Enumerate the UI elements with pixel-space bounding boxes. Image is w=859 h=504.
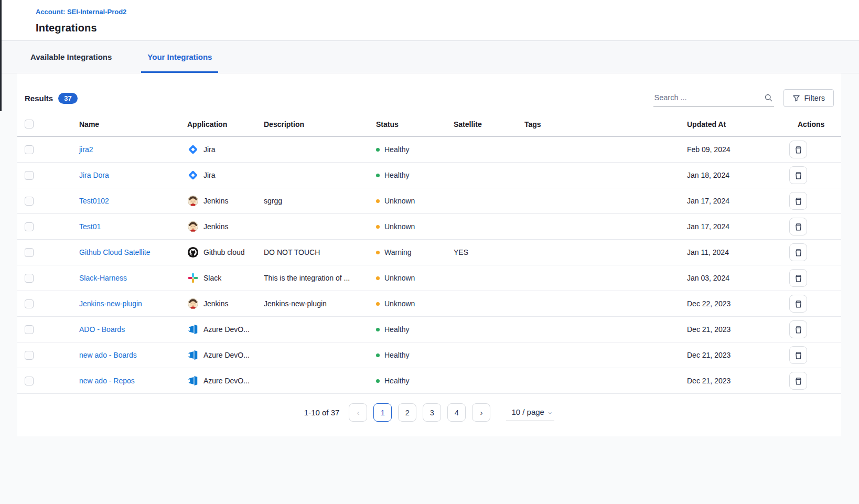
- column-header-tags: Tags: [524, 120, 687, 128]
- collapsed-sidebar-edge: [0, 0, 2, 111]
- azure-devops-icon: [187, 375, 199, 387]
- row-checkbox[interactable]: [25, 197, 34, 206]
- row-checkbox[interactable]: [25, 325, 34, 334]
- tab-bar: Available Integrations Your Integrations: [0, 41, 859, 73]
- page-button-3[interactable]: 3: [423, 403, 441, 422]
- integrations-table: Name Application Description Status Sate…: [17, 112, 841, 394]
- row-checkbox[interactable]: [25, 377, 34, 385]
- delete-button[interactable]: [789, 243, 807, 261]
- jira-icon: [187, 169, 199, 181]
- row-checkbox[interactable]: [25, 274, 34, 283]
- status-dot: [376, 353, 380, 357]
- search-input[interactable]: [654, 93, 764, 102]
- row-checkbox[interactable]: [25, 248, 34, 257]
- azure-devops-icon: [187, 349, 199, 361]
- integration-name-link[interactable]: new ado - Boards: [79, 351, 137, 359]
- row-checkbox[interactable]: [25, 171, 34, 180]
- integration-name-link[interactable]: Github Cloud Satellite: [79, 248, 150, 256]
- updated-at-value: Jan 11, 2024: [687, 248, 789, 256]
- tab-your-integrations[interactable]: Your Integrations: [141, 41, 218, 73]
- application-name: Azure DevO...: [203, 351, 250, 359]
- status-cell: Unknown: [376, 222, 454, 231]
- trash-icon: [794, 222, 803, 231]
- tab-available-integrations[interactable]: Available Integrations: [24, 41, 118, 73]
- status-text: Unknown: [384, 222, 415, 231]
- integration-name-link[interactable]: Jira Dora: [79, 171, 109, 179]
- status-text: Unknown: [384, 299, 415, 308]
- updated-at-value: Jan 03, 2024: [687, 274, 789, 282]
- column-header-updated-at: Updated At: [687, 120, 789, 128]
- row-checkbox[interactable]: [25, 145, 34, 154]
- status-dot: [376, 148, 380, 152]
- updated-at-value: Jan 17, 2024: [687, 222, 789, 231]
- application-name: Jenkins: [203, 299, 228, 308]
- status-text: Healthy: [384, 325, 409, 334]
- jenkins-icon: [187, 221, 199, 232]
- delete-button[interactable]: [789, 192, 807, 210]
- status-cell: Unknown: [376, 197, 454, 205]
- application-name: Azure DevO...: [203, 325, 250, 334]
- table-body: jira2 Jira Healthy Feb 09, 2024 Jira Dor…: [17, 137, 841, 394]
- delete-button[interactable]: [789, 346, 807, 364]
- column-header-name: Name: [79, 120, 187, 128]
- status-cell: Unknown: [376, 299, 454, 308]
- status-text: Unknown: [384, 197, 415, 205]
- row-checkbox[interactable]: [25, 222, 34, 231]
- jira-icon: [187, 144, 199, 155]
- status-text: Healthy: [384, 145, 409, 154]
- delete-button[interactable]: [789, 166, 807, 184]
- status-cell: Unknown: [376, 274, 454, 282]
- integration-name-link[interactable]: new ado - Repos: [79, 377, 135, 385]
- previous-page-button[interactable]: ‹: [349, 403, 367, 422]
- integration-name-link[interactable]: Slack-Harness: [79, 274, 127, 282]
- delete-button[interactable]: [789, 218, 807, 235]
- filters-button[interactable]: Filters: [783, 89, 834, 107]
- select-all-checkbox[interactable]: [25, 120, 34, 128]
- trash-icon: [794, 377, 803, 385]
- row-checkbox[interactable]: [25, 299, 34, 308]
- delete-button[interactable]: [789, 269, 807, 287]
- trash-icon: [794, 274, 803, 283]
- column-header-description: Description: [264, 120, 376, 128]
- delete-button[interactable]: [789, 320, 807, 338]
- updated-at-value: Jan 17, 2024: [687, 197, 789, 205]
- row-checkbox[interactable]: [25, 351, 34, 360]
- search-box: [653, 90, 774, 106]
- status-cell: Warning: [376, 248, 454, 256]
- integration-name-link[interactable]: jira2: [79, 145, 93, 154]
- page-button-4[interactable]: 4: [447, 403, 466, 422]
- table-row: Slack-Harness Slack This is the integrat…: [17, 265, 841, 291]
- status-text: Healthy: [384, 171, 409, 179]
- status-cell: Healthy: [376, 325, 454, 334]
- delete-button[interactable]: [789, 295, 807, 313]
- next-page-button[interactable]: ›: [472, 403, 490, 422]
- account-breadcrumb-link[interactable]: Account: SEI-Internal-Prod2: [36, 8, 126, 16]
- integration-name-link[interactable]: Test0102: [79, 197, 109, 205]
- delete-button[interactable]: [789, 141, 807, 158]
- github-icon: [187, 246, 199, 258]
- application-name: Jira: [203, 171, 216, 179]
- application-name: Slack: [203, 274, 221, 282]
- results-label: Results: [25, 94, 53, 103]
- status-dot: [376, 251, 380, 254]
- delete-button[interactable]: [789, 372, 807, 390]
- page-size-select[interactable]: 10 / page ⌄: [506, 404, 554, 421]
- description-text: sgrgg: [264, 197, 376, 205]
- chevron-down-icon: ⌄: [546, 409, 553, 415]
- status-dot: [376, 379, 380, 383]
- page-button-2[interactable]: 2: [398, 403, 416, 422]
- status-text: Healthy: [384, 351, 409, 359]
- table-row: new ado - Boards Azure DevO... Healthy D…: [17, 342, 841, 368]
- trash-icon: [794, 145, 803, 154]
- integration-name-link[interactable]: ADO - Boards: [79, 325, 125, 334]
- page-button-1[interactable]: 1: [373, 403, 392, 422]
- application-name: Github cloud: [203, 248, 245, 256]
- status-text: Unknown: [384, 274, 415, 282]
- jenkins-icon: [187, 298, 199, 309]
- slack-icon: [187, 272, 199, 284]
- table-row: Jira Dora Jira Healthy Jan 18, 2024: [17, 163, 841, 188]
- integration-name-link[interactable]: Test01: [79, 222, 101, 231]
- integration-name-link[interactable]: Jenkins-new-plugin: [79, 299, 142, 308]
- description-text: Jenkins-new-plugin: [264, 299, 376, 308]
- application-name: Jenkins: [203, 222, 228, 231]
